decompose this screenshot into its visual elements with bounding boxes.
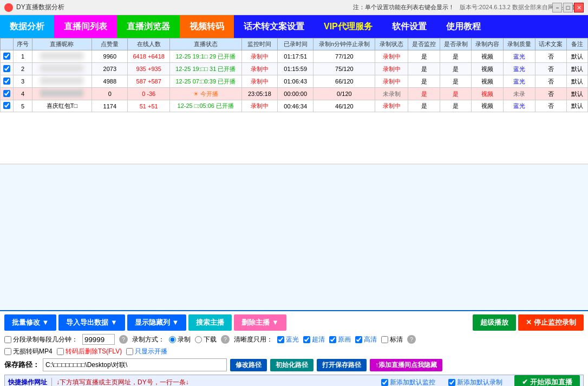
live-table: 序号 直播昵称 点赞量 在线人数 直播状态 监控时间 已录时间 录制n分钟停止录… xyxy=(0,38,588,112)
path-input[interactable] xyxy=(43,358,227,371)
record-option-record[interactable]: 录制 xyxy=(169,335,191,344)
path-label: 保存路径： xyxy=(4,360,40,370)
cell-min-record: 66/120 xyxy=(313,75,375,88)
minimize-button[interactable]: － xyxy=(552,3,562,12)
cell-remark: 默认 xyxy=(567,75,588,88)
th-remark: 备注 xyxy=(567,38,588,50)
clarity-label: 清晰度只用： xyxy=(234,335,273,344)
cell-num: 5 xyxy=(14,100,32,112)
cell-quality: 蓝光 xyxy=(503,75,535,88)
segment-record-checkbox[interactable] xyxy=(4,336,11,343)
new-add-record-label[interactable]: 新添加默认录制 xyxy=(448,378,502,387)
cell-monitor-time: 录制中 xyxy=(241,50,277,63)
cell-recorded: 00:46:34 xyxy=(278,100,313,112)
cell-num: 1 xyxy=(14,50,32,63)
nav-vip-service[interactable]: VIP代理服务 xyxy=(314,15,382,38)
delete-streamer-button[interactable]: 删除主播 ▼ xyxy=(234,314,286,331)
record-option-download[interactable]: 下载 xyxy=(195,335,217,344)
open-path-button[interactable]: 打开保存路径 xyxy=(317,359,367,371)
cell-rec-state: 未录制 xyxy=(375,88,408,100)
cell-min-record: 75/120 xyxy=(313,63,375,75)
th-recorded: 已录时间 xyxy=(278,38,313,50)
modify-path-button[interactable]: 修改路径 xyxy=(230,359,267,371)
cell-content: 视频 xyxy=(472,88,504,100)
cell-is-monitor: 是 xyxy=(408,50,440,63)
cell-online: 935 +935 xyxy=(128,63,169,75)
cell-checkbox[interactable] xyxy=(1,88,14,100)
cell-content: 视频 xyxy=(472,63,504,75)
cell-checkbox[interactable] xyxy=(1,100,14,112)
cell-speech: 否 xyxy=(535,63,567,75)
cell-remark: 默认 xyxy=(567,100,588,112)
record-mode-label: 录制方式： xyxy=(132,335,165,344)
cell-checkbox[interactable] xyxy=(1,50,14,63)
no-transcode-label[interactable]: 无损转码MP4 xyxy=(4,347,53,356)
segment-record-text: 分段录制每段几分钟： xyxy=(13,335,78,344)
cell-name xyxy=(32,50,92,63)
cell-num: 4 xyxy=(14,88,32,100)
cell-status: ☀ 今开播 xyxy=(169,88,241,100)
table-row: 3 4988 587 +587 12-25 07:□0:39 已开播 录制中 0… xyxy=(1,75,588,88)
nav-speech-setting[interactable]: 话术转文案设置 xyxy=(234,15,314,38)
batch-edit-button[interactable]: 批量修改 ▼ xyxy=(4,314,56,331)
only-live-label[interactable]: 只显示开播 xyxy=(126,347,167,356)
quality-superhd-checkbox[interactable] xyxy=(303,336,310,343)
maximize-button[interactable]: □ xyxy=(563,3,573,12)
nav-data-analysis[interactable]: 数据分析 xyxy=(0,15,54,38)
window-controls: － □ ✕ xyxy=(552,3,584,12)
cell-rec-state: 录制中 xyxy=(375,63,408,75)
close-button[interactable]: ✕ xyxy=(574,3,584,12)
cell-remark: 默认 xyxy=(567,50,588,63)
stop-record-button[interactable]: ✕ 停止监控录制 xyxy=(518,314,584,331)
cell-recorded: 00:00:00 xyxy=(278,88,313,100)
search-streamer-button[interactable]: 搜索主播 xyxy=(188,314,232,331)
quality-bluray-checkbox[interactable] xyxy=(277,336,284,343)
quality-superhd-label[interactable]: 超清 xyxy=(303,335,325,344)
quality-bluray-label[interactable]: 蓝光 xyxy=(277,335,299,344)
quality-sd-checkbox[interactable] xyxy=(381,336,388,343)
cell-name xyxy=(32,88,92,100)
segment-record-label[interactable]: 分段录制每段几分钟： xyxy=(4,335,78,344)
bottom-links-row: 快捷操作网址 ↓下方填写直播或主页网址，DY号，一行一条↓ 新添加默认监控 新添… xyxy=(4,375,584,386)
nav-tutorial[interactable]: 使用教程 xyxy=(436,15,491,38)
cell-is-monitor: 是 xyxy=(408,88,440,100)
start-add-button[interactable]: ✔ 开始添加直播 xyxy=(514,375,580,386)
new-add-monitor-checkbox[interactable] xyxy=(381,379,388,386)
quality-original-label[interactable]: 原画 xyxy=(329,335,351,344)
quality-original-checkbox[interactable] xyxy=(329,336,336,343)
nav-live-browser[interactable]: 直播浏览器 xyxy=(117,15,180,38)
cell-checkbox[interactable] xyxy=(1,63,14,75)
options-row-2: 无损转码MP4 转码后删除TS(FLV) 只显示开播 xyxy=(4,347,584,356)
table-row: 4 0 0 -36 ☀ 今开播 23:05:18 00:00:00 0/120 … xyxy=(1,88,588,100)
super-play-button[interactable]: 超级播放 xyxy=(473,314,516,331)
import-export-button[interactable]: 导入导出数据 ▼ xyxy=(58,314,125,331)
init-path-button[interactable]: 初始化路径 xyxy=(270,359,313,371)
quality-sd-label[interactable]: 标清 xyxy=(381,335,403,344)
segment-minutes-input[interactable] xyxy=(82,334,115,345)
cell-points: 0 xyxy=(92,88,128,100)
cell-is-monitor: 是 xyxy=(408,75,440,88)
new-add-record-checkbox[interactable] xyxy=(448,379,455,386)
only-live-checkbox[interactable] xyxy=(126,348,133,355)
cell-speech: 否 xyxy=(535,50,567,63)
record-help-icon[interactable]: ? xyxy=(221,335,230,344)
show-hide-col-button[interactable]: 显示隐藏列 ▼ xyxy=(127,314,186,331)
th-online: 在线人数 xyxy=(128,38,169,50)
cell-remark: 默认 xyxy=(567,88,588,100)
delete-ts-checkbox[interactable] xyxy=(57,348,64,355)
cell-rec-state: 录制中 xyxy=(375,50,408,63)
nav-live-list[interactable]: 直播间列表 xyxy=(54,15,117,38)
cell-checkbox[interactable] xyxy=(1,75,14,88)
cell-status: 12-25 07:□0:39 已开播 xyxy=(169,75,241,88)
segment-help-icon[interactable]: ? xyxy=(119,335,128,344)
delete-ts-label[interactable]: 转码后删除TS(FLV) xyxy=(57,347,122,356)
add-hide-button[interactable]: ↑添加直播间点我隐藏 xyxy=(370,359,442,371)
cell-status: 12-25 □:05:06 已开播 xyxy=(169,100,241,112)
quality-help-icon[interactable]: ? xyxy=(407,335,416,344)
new-add-monitor-label[interactable]: 新添加默认监控 xyxy=(381,378,435,387)
nav-software-settings[interactable]: 软件设置 xyxy=(382,15,436,38)
quality-hd-checkbox[interactable] xyxy=(355,336,362,343)
no-transcode-checkbox[interactable] xyxy=(4,348,11,355)
quality-hd-label[interactable]: 高清 xyxy=(355,335,377,344)
nav-video-encode[interactable]: 视频转码 xyxy=(180,15,234,38)
